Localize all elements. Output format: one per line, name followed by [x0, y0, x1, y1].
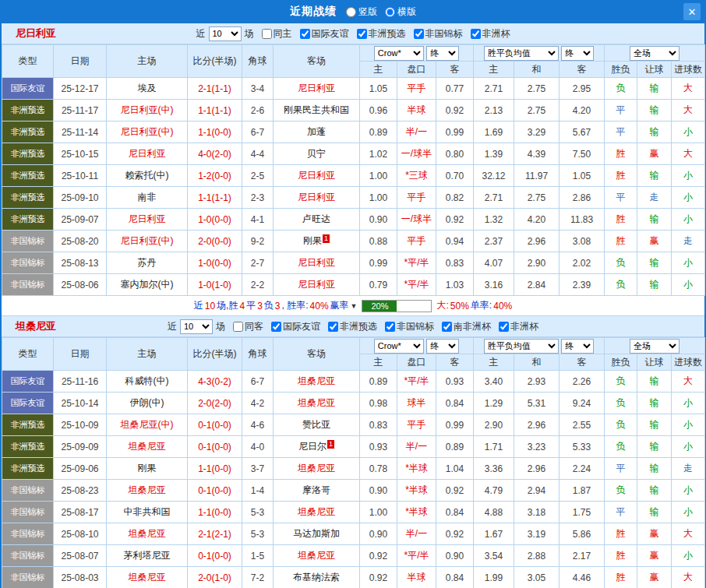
odds-home-cell: 0.96	[360, 100, 397, 121]
team-link[interactable]: 伊朗(中)	[130, 397, 164, 408]
filter-checkbox[interactable]: 同主	[262, 27, 292, 40]
team-link[interactable]: 坦桑尼亚	[129, 572, 166, 583]
handicap-cell: *平/半	[397, 371, 436, 393]
checkbox-label: 南非洲杯	[454, 320, 491, 333]
team-link[interactable]: 刚果民主共和国	[284, 104, 349, 115]
match-count-select[interactable]: 10	[209, 26, 242, 41]
team-link[interactable]: 尼日利亚	[298, 192, 335, 202]
avg-stage-select[interactable]: 终	[561, 339, 594, 354]
radio-input[interactable]	[346, 7, 356, 17]
summary-text: 10	[205, 301, 215, 312]
checkbox-input[interactable]	[499, 322, 509, 332]
team-link[interactable]: 塞内加尔(中)	[121, 279, 174, 290]
team-link[interactable]: 苏丹	[138, 257, 157, 268]
team-link[interactable]: 坦桑尼亚	[129, 528, 166, 539]
checkbox-input[interactable]	[471, 29, 481, 39]
team-link[interactable]: 尼日利亚	[129, 148, 166, 159]
filter-checkbox[interactable]: 非洲杯	[471, 27, 510, 40]
team-link[interactable]: 尼日利亚(中)	[121, 104, 174, 115]
team-link[interactable]: 尼日利亚	[298, 279, 335, 290]
odds-home-cell: 1.00	[360, 502, 397, 523]
team-link[interactable]: 尼日利亚	[298, 83, 335, 93]
layout-radio[interactable]: 竖版	[346, 5, 377, 19]
team-link[interactable]: 科威特(中)	[125, 375, 169, 386]
avg-home-cell: 1.39	[474, 143, 514, 165]
radio-label: 竖版	[358, 5, 377, 19]
bookmaker-select[interactable]: Crow*	[374, 46, 424, 61]
filter-checkbox[interactable]: 非洲杯	[499, 320, 538, 333]
checkbox-input[interactable]	[300, 29, 310, 39]
odds-home-cell: 0.90	[360, 523, 397, 545]
layout-radio[interactable]: 横版	[385, 5, 416, 19]
team-link[interactable]: 尼日利亚	[298, 257, 335, 268]
team-link[interactable]: 茅利塔尼亚	[124, 550, 171, 561]
result-value: 小	[683, 397, 693, 408]
filter-checkbox[interactable]: 非国锦标	[385, 320, 434, 333]
odds-stage-select[interactable]: 终	[426, 339, 459, 354]
filter-checkbox[interactable]: 非洲预选	[328, 320, 377, 333]
checkbox-input[interactable]	[262, 29, 272, 39]
filter-checkbox[interactable]: 国际友谊	[271, 320, 320, 333]
corner-cell: 5-3	[242, 502, 274, 523]
checkbox-input[interactable]	[233, 322, 243, 332]
team-link[interactable]: 贝宁	[307, 148, 326, 159]
close-icon[interactable]: ✕	[683, 3, 701, 20]
team-link[interactable]: 尼日利亚(中)	[121, 235, 174, 246]
corner-cell: 2-3	[242, 187, 274, 209]
team-link[interactable]: 南非	[138, 192, 157, 202]
team-link[interactable]: 坦桑尼亚	[129, 441, 166, 452]
team-link[interactable]: 尼日利亚	[129, 213, 166, 224]
result-value: 赢	[650, 148, 659, 159]
team-link[interactable]: 尼日尔	[298, 441, 327, 452]
team-link[interactable]: 坦桑尼亚	[298, 550, 335, 561]
bookmaker-select[interactable]: Crow*	[374, 339, 424, 354]
filter-checkbox[interactable]: 南非洲杯	[442, 320, 491, 333]
team-link[interactable]: 卢旺达	[302, 213, 330, 224]
team-link[interactable]: 摩洛哥	[302, 484, 330, 495]
team-link[interactable]: 赖索托(中)	[125, 170, 169, 181]
team-link[interactable]: 坦桑尼亚	[129, 484, 166, 495]
team-link[interactable]: 尼日利亚	[298, 170, 335, 181]
odds-home-cell: 1.02	[360, 143, 397, 165]
team-link[interactable]: 埃及	[138, 83, 157, 93]
summary-text: 平	[246, 299, 256, 312]
team-link[interactable]: 坦桑尼亚(中)	[121, 419, 174, 430]
avg-select[interactable]: 胜平负均值	[484, 339, 559, 354]
team-link[interactable]: 尼日利亚(中)	[121, 126, 174, 137]
filter-checkbox[interactable]: 非国锦标	[414, 27, 463, 40]
checkbox-input[interactable]	[414, 29, 424, 39]
checkbox-input[interactable]	[328, 322, 338, 332]
team-link[interactable]: 赞比亚	[302, 419, 330, 430]
team-link[interactable]: 坦桑尼亚	[298, 463, 335, 474]
filter-checkbox[interactable]: 同客	[233, 320, 263, 333]
radio-input[interactable]	[385, 7, 395, 17]
checkbox-input[interactable]	[357, 29, 367, 39]
team-link[interactable]: 坦桑尼亚	[298, 375, 335, 386]
type-cell: 非洲预选	[2, 121, 54, 143]
team-link[interactable]: 坦桑尼亚	[298, 397, 335, 408]
team-link[interactable]: 加蓬	[307, 126, 326, 137]
result-value: 输	[650, 397, 659, 408]
checkbox-input[interactable]	[385, 322, 395, 332]
filter-checkbox[interactable]: 非洲预选	[357, 27, 406, 40]
scope-select[interactable]: 全场	[630, 339, 680, 354]
checkbox-input[interactable]	[442, 322, 452, 332]
result-value: 平	[616, 506, 626, 517]
avg-stage-select[interactable]: 终	[561, 46, 594, 61]
avg-select[interactable]: 胜平负均值	[484, 46, 559, 61]
away-team-cell: 刚果民主共和国	[274, 100, 360, 121]
team-link[interactable]: 布基纳法索	[293, 572, 340, 583]
team-link[interactable]: 中非共和国	[124, 506, 171, 517]
date-cell: 25-09-07	[54, 209, 107, 231]
team-link[interactable]: 刚果	[138, 463, 157, 474]
team-link[interactable]: 坦桑尼亚	[298, 506, 335, 517]
result-value: 胜	[616, 550, 626, 561]
team-link[interactable]: 马达加斯加	[293, 528, 340, 539]
checkbox-input[interactable]	[271, 322, 281, 332]
team-link[interactable]: 刚果	[303, 235, 322, 246]
score-cell: 1-1(1-1)	[188, 100, 242, 121]
match-count-select[interactable]: 10	[180, 319, 213, 334]
scope-select[interactable]: 全场	[630, 46, 680, 61]
odds-stage-select[interactable]: 终	[426, 46, 459, 61]
filter-checkbox[interactable]: 国际友谊	[300, 27, 349, 40]
